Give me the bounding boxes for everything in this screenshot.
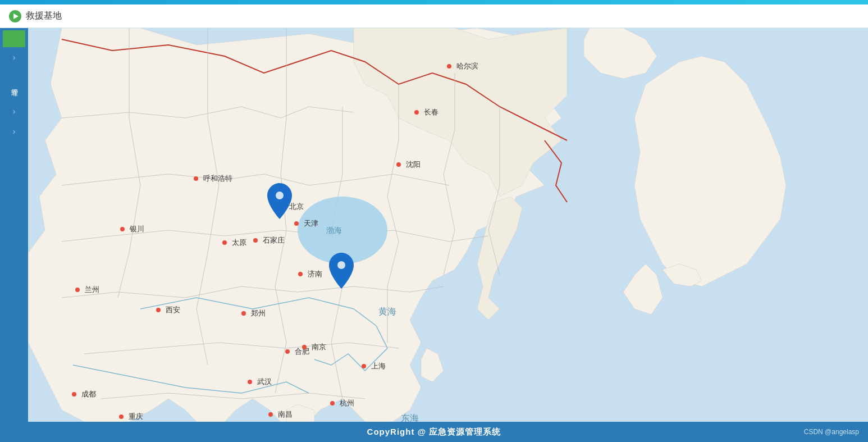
svg-text:东海: 东海 [401,413,419,422]
top-bar [0,0,868,4]
svg-text:天津: 天津 [304,219,318,227]
svg-point-22 [253,238,258,243]
svg-text:上海: 上海 [371,362,386,370]
svg-text:兰州: 兰州 [85,285,99,294]
svg-text:合肥: 合肥 [295,347,309,356]
svg-point-15 [276,192,284,199]
svg-point-20 [222,240,227,245]
svg-point-11 [194,176,198,181]
footer-copyright: CopyRight @ 应急资源管理系统 [367,427,501,438]
sidebar-arrow-2[interactable]: › [3,102,25,120]
sidebar-green-block [3,30,25,47]
svg-text:太原: 太原 [232,238,246,247]
map-area: 渤海 黄海 东海 哈尔滨 长春 沈阳 呼和浩特 北京 天津 [28,28,868,422]
svg-text:渤海: 渤海 [326,226,342,235]
svg-point-18 [120,227,125,231]
svg-text:石家庄: 石家庄 [263,236,285,244]
page-title: 救援基地 [26,10,62,22]
svg-point-41 [268,412,273,417]
sidebar-arrow-3[interactable]: › [3,122,25,140]
svg-point-24 [298,272,303,276]
map-svg: 渤海 黄海 东海 哈尔滨 长春 沈阳 呼和浩特 北京 天津 [28,28,868,422]
header: 救援基地 [0,4,868,28]
sidebar-arrow-1[interactable]: › [3,48,25,66]
svg-text:济南: 济南 [308,270,322,278]
svg-text:南京: 南京 [312,343,326,351]
svg-text:哈尔滨: 哈尔滨 [456,62,478,70]
svg-point-29 [156,308,161,312]
svg-point-5 [447,64,451,69]
svg-text:长春: 长春 [424,108,438,116]
svg-text:杭州: 杭州 [339,399,354,407]
play-icon [9,10,21,22]
svg-point-35 [302,345,307,349]
svg-point-43 [330,401,335,405]
svg-point-31 [241,311,246,316]
svg-point-39 [248,380,252,384]
sidebar: › 管理 › › [0,28,28,422]
svg-text:北京: 北京 [289,202,304,211]
svg-point-9 [396,162,401,167]
svg-text:银川: 银川 [129,225,144,233]
svg-text:黄海: 黄海 [378,307,396,316]
svg-text:重庆: 重庆 [129,412,143,421]
svg-point-7 [414,110,419,115]
footer: CopyRight @ 应急资源管理系统 CSDN @angelasp [0,422,868,442]
main-container: › 管理 › › [0,28,868,422]
svg-point-27 [75,288,80,292]
footer-credit: CSDN @angelasp [804,428,859,436]
svg-point-45 [72,392,76,397]
svg-text:沈阳: 沈阳 [406,160,421,168]
svg-text:郑州: 郑州 [251,309,266,317]
svg-point-26 [337,261,345,269]
svg-point-33 [285,349,290,354]
svg-point-47 [119,414,124,419]
sidebar-label-manage[interactable]: 管理 [3,67,25,101]
svg-point-16 [294,221,299,226]
svg-text:武汉: 武汉 [257,377,272,386]
svg-text:西安: 西安 [166,306,180,314]
svg-text:成都: 成都 [81,390,96,398]
svg-text:南昌: 南昌 [278,410,293,418]
svg-text:呼和浩特: 呼和浩特 [203,174,232,183]
svg-point-37 [362,364,366,368]
